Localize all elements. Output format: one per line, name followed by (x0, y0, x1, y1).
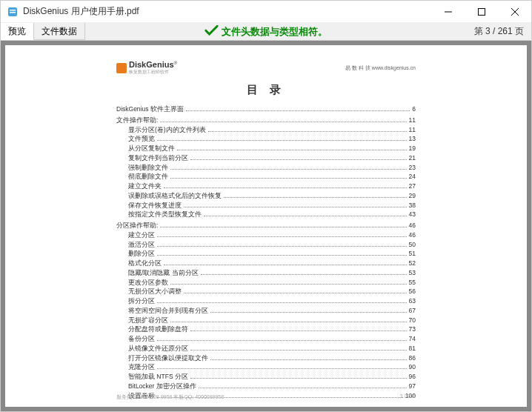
footer-right: 3 / 261 (400, 393, 416, 401)
logo-icon (116, 63, 127, 73)
toc-label: 无损分区大小调整 (128, 287, 182, 296)
toc-entry: 从分区复制文件19 (116, 144, 416, 153)
titlebar: DiskGenius 用户使用手册.pdf (1, 1, 531, 23)
toc-page-number: 19 (409, 144, 416, 153)
toc-entry: 按指定文件类型恢复文件43 (116, 210, 416, 219)
toc-label: 打开分区镜像以便提取文件 (128, 353, 208, 363)
toc-page-number: 11 (409, 116, 416, 125)
toc-label: BitLocker 加密分区操作 (128, 382, 196, 391)
toolbar: 预览 文件数据 文件头数据与类型相符。 第 3 / 261 页 (1, 23, 531, 41)
toc-entry: 克隆分区90 (116, 362, 416, 372)
status-message: 文件头数据与类型相符。 (205, 25, 327, 39)
toc-label: 拆分分区 (128, 296, 155, 306)
toc-leader (208, 131, 407, 132)
tab-filedata[interactable]: 文件数据 (34, 23, 85, 40)
toc-label: DiskGenius 软件主界面 (116, 104, 184, 114)
toc-title: 目 录 (42, 83, 490, 97)
toc-leader (184, 207, 407, 207)
toc-entry: 无损分区大小调整56 (116, 287, 416, 296)
toc-label: 显示分区(卷)内的文件列表 (128, 125, 206, 135)
toc-leader (201, 274, 407, 275)
toc-entry: 复制文件到当前分区21 (116, 153, 416, 163)
toc-leader (190, 378, 407, 379)
toc-leader (190, 330, 407, 331)
toc-label: 强制删除文件 (128, 163, 168, 173)
minimize-button[interactable] (431, 1, 465, 22)
maximize-button[interactable] (465, 1, 498, 22)
toc-leader (157, 368, 407, 369)
toc-entry: 从镜像文件还原分区81 (116, 344, 416, 353)
toc-page-number: 55 (409, 278, 416, 288)
toc-entry: 强制删除文件23 (116, 163, 416, 173)
pdf-page: DiskGenius® 恢复数据工程师软件 易 数 科 技 www.diskge… (5, 45, 527, 407)
toc-entry: 分区操作帮助:46 (116, 221, 416, 230)
toc-label: 建立文件夹 (128, 182, 162, 191)
toc-page-number: 96 (409, 372, 416, 382)
toc-label: 保存文件恢复进度 (128, 201, 182, 210)
toc-label: 从镜像文件还原分区 (128, 344, 188, 353)
toc-page-number: 53 (409, 268, 416, 278)
toc-leader (186, 110, 410, 111)
toc-page-number: 70 (409, 316, 416, 325)
app-icon (7, 6, 19, 18)
preview-area: DiskGenius® 恢复数据工程师软件 易 数 科 技 www.diskge… (1, 41, 531, 411)
toc-entry: 建立文件夹27 (116, 182, 416, 191)
toc-entry: 激活分区50 (116, 240, 416, 250)
toc-label: 隐藏/取消隐藏 当前分区 (128, 268, 199, 278)
toc-page-number: 86 (409, 353, 416, 363)
toc-page-number: 21 (409, 153, 416, 163)
toc-page-number: 97 (409, 382, 416, 391)
toc-page-number: 81 (409, 344, 416, 353)
toc-entry: 备份分区74 (116, 334, 416, 344)
toc-label: 误删除或误格式化后的文件恢复 (128, 191, 222, 201)
toc-page-number: 52 (409, 259, 416, 268)
toc-leader (164, 265, 407, 265)
close-button[interactable] (498, 1, 531, 22)
toc-leader (157, 255, 407, 256)
footer-left: 服务热线: 400-008-9958 客服QQ: 4000089958 (116, 393, 224, 401)
toc-entry: 将空闲空间合并到现有分区67 (116, 306, 416, 316)
toc-label: 彻底删除文件 (128, 172, 168, 182)
toc-leader (204, 216, 407, 216)
toc-label: 删除分区 (128, 249, 155, 259)
toc-leader (160, 122, 406, 122)
toc-entry: 更改分区参数55 (116, 278, 416, 288)
toc-label: 建立分区 (128, 230, 155, 240)
toc-leader (157, 302, 407, 303)
toc-page-number: 50 (409, 240, 416, 250)
toc-entry: 显示分区(卷)内的文件列表11 (116, 125, 416, 135)
logo-subtitle: 恢复数据工程师软件 (129, 69, 177, 76)
toc-page-number: 6 (412, 104, 416, 114)
toc-label: 克隆分区 (128, 362, 155, 372)
toc-label: 分配盘符或删除盘符 (128, 325, 188, 334)
window-controls (431, 1, 531, 22)
toc-label: 激活分区 (128, 240, 155, 250)
toc-label: 格式化分区 (128, 259, 162, 268)
toc-page-number: 23 (409, 163, 416, 173)
toc-page-number: 27 (409, 182, 416, 191)
toc-leader (160, 227, 406, 227)
toc-entry: 文件操作帮助:11 (116, 116, 416, 125)
logo-text: DiskGenius (129, 60, 174, 69)
svg-rect-4 (478, 8, 485, 15)
toc-page-number: 73 (409, 325, 416, 334)
tab-preview[interactable]: 预览 (1, 23, 34, 40)
toc-leader (210, 359, 407, 360)
toc-leader (184, 293, 407, 293)
toc-label: 将空闲空间合并到现有分区 (128, 306, 208, 316)
toc-leader (170, 322, 407, 322)
toc-leader (199, 388, 407, 388)
toc-entry: 建立分区46 (116, 230, 416, 240)
toc-entry: DiskGenius 软件主界面6 (116, 104, 416, 114)
toc-leader (157, 246, 407, 247)
toc-leader (170, 169, 407, 170)
toc-entry: 无损扩容分区70 (116, 316, 416, 325)
toc-entry: 格式化分区52 (116, 259, 416, 268)
toc-entry: 打开分区镜像以便提取文件86 (116, 353, 416, 363)
toc-entry: 分配盘符或删除盘符73 (116, 325, 416, 334)
header-right: 易 数 科 技 www.diskgenius.cn (345, 64, 416, 72)
check-icon (205, 25, 219, 38)
toc-entry: 保存文件恢复进度38 (116, 201, 416, 210)
toc-label: 复制文件到当前分区 (128, 153, 188, 163)
toc-entry: 文件预览13 (116, 134, 416, 144)
